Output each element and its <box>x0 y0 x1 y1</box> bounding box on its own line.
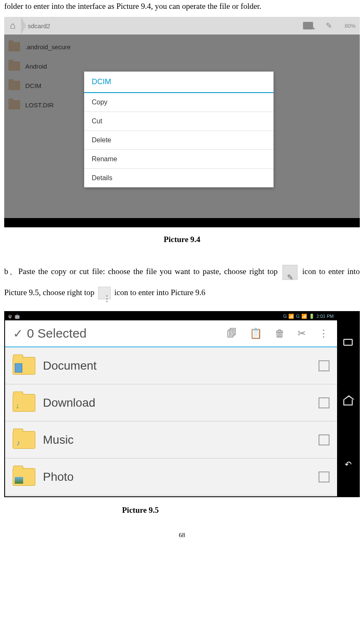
system-navbar: ↶ <box>337 312 359 496</box>
folder-icon: ♪ <box>13 431 35 449</box>
file-manager-topbar: ⌂ sdcard2 ✎ 80% <box>4 17 360 35</box>
folder-icon <box>13 468 35 486</box>
paragraph-b: b、Paste the copy or cut file: choose the… <box>4 261 360 303</box>
list-item[interactable]: Document <box>5 347 337 384</box>
context-menu-delete[interactable]: Delete <box>84 131 274 150</box>
list-item-label: Photo <box>43 470 319 484</box>
folder-icon <box>8 81 20 90</box>
recent-apps-icon[interactable] <box>343 339 353 346</box>
clock: 2:01 PM <box>316 314 334 319</box>
caption-9-4: Picture 9.4 <box>4 235 360 244</box>
android-icon: 🤖 <box>14 314 20 319</box>
folder-icon: ↓ <box>13 394 35 412</box>
list-item-label: Download <box>43 396 319 410</box>
checkbox[interactable] <box>319 360 329 371</box>
screenshot-9-5: ψ 🤖 G 📶 G 📶 🔋 2:01 PM ✓ 0 Selected 🗐 📋 🗑… <box>4 311 360 497</box>
network-type: G <box>283 314 287 319</box>
home-icon[interactable] <box>343 400 353 405</box>
battery-indicator: 80% <box>345 23 356 29</box>
context-menu-details[interactable]: Details <box>84 169 274 187</box>
selection-count: 0 Selected <box>27 326 227 341</box>
list-item[interactable]: ♪ Music <box>5 421 337 458</box>
usb-icon: ψ <box>8 314 12 319</box>
checkbox[interactable] <box>319 434 329 445</box>
context-menu-copy[interactable]: Copy <box>84 93 274 112</box>
page-number: 68 <box>4 532 360 539</box>
battery-icon: 🔋 <box>309 314 315 319</box>
done-icon[interactable]: ✓ <box>8 327 27 341</box>
caption-9-5: Picture 9.5 <box>122 506 360 515</box>
context-menu-title: DCIM <box>84 72 274 93</box>
select-all-icon[interactable]: 🗐 <box>227 328 237 339</box>
folder-icon <box>8 100 20 109</box>
pencil-icon-inline <box>282 265 298 280</box>
list-item[interactable]: ↓ Download <box>5 384 337 421</box>
status-bar: ψ 🤖 G 📶 G 📶 🔋 2:01 PM <box>5 312 337 320</box>
screenshot-9-4: ⌂ sdcard2 ✎ 80% .android_secure Android … <box>4 17 360 227</box>
home-icon[interactable]: ⌂ <box>4 17 21 35</box>
edit-icon[interactable]: ✎ <box>326 21 332 30</box>
list-item[interactable]: Photo <box>5 458 337 495</box>
context-menu: DCIM Copy Cut Delete Rename Details <box>84 72 274 187</box>
back-icon[interactable]: ↶ <box>345 459 352 469</box>
new-folder-icon[interactable] <box>303 22 313 29</box>
context-menu-rename[interactable]: Rename <box>84 150 274 169</box>
signal-icon: 📶 <box>301 314 307 319</box>
selection-header: ✓ 0 Selected 🗐 📋 🗑 ✂ ⋮ <box>5 320 337 347</box>
folder-icon <box>8 61 20 71</box>
breadcrumb-separator <box>21 17 26 35</box>
list-item-label: Music <box>43 433 319 447</box>
signal-icon: 📶 <box>288 314 294 319</box>
delete-icon[interactable]: 🗑 <box>275 328 285 339</box>
intro-text: folder to enter into the interface as Pi… <box>4 0 360 13</box>
overflow-icon[interactable]: ⋮ <box>319 328 329 339</box>
cut-icon[interactable]: ✂ <box>298 328 306 339</box>
list-item-label: Document <box>43 359 319 373</box>
checkbox[interactable] <box>319 397 329 408</box>
overflow-icon-inline <box>98 287 111 299</box>
folder-list: Document ↓ Download ♪ Music Photo <box>5 347 337 496</box>
checkbox[interactable] <box>319 471 329 482</box>
file-item[interactable]: .android_secure <box>8 37 356 56</box>
folder-icon <box>13 357 35 375</box>
folder-icon <box>8 42 20 51</box>
breadcrumb-path[interactable]: sdcard2 <box>28 22 50 29</box>
copy-icon[interactable]: 📋 <box>250 328 262 339</box>
context-menu-cut[interactable]: Cut <box>84 112 274 131</box>
network-type: G <box>296 314 300 319</box>
